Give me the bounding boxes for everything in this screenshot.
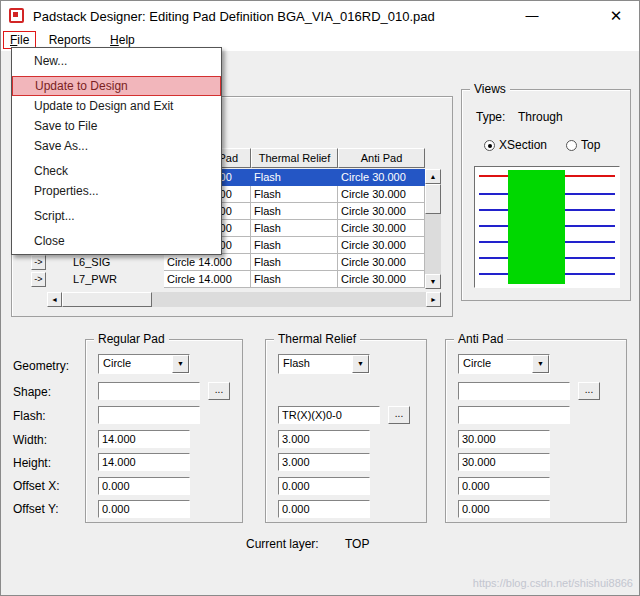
titlebar: Padstack Designer: Editing Pad Definitio… (1, 1, 639, 31)
table-cell[interactable]: Flash (251, 203, 338, 220)
table-cell[interactable]: Circle 30.000 (338, 169, 425, 186)
views-title: Views (470, 82, 510, 96)
thermal-relief-title: Thermal Relief (274, 332, 360, 346)
thermal-width-input[interactable] (278, 430, 370, 448)
menu-item-save-to-file[interactable]: Save to File (12, 116, 221, 136)
column-header-anti-pad[interactable]: Anti Pad (338, 148, 425, 168)
thermal-flash-input[interactable] (278, 406, 380, 424)
menu-item-check[interactable]: Check (12, 161, 221, 181)
anti-geometry-select[interactable]: Circle ▼ (458, 354, 550, 374)
layer-name: L6_SIG (47, 254, 164, 271)
table-cell[interactable]: Circle 14.000 (164, 271, 251, 288)
menu-item-script[interactable]: Script... (12, 206, 221, 226)
thermal-flash-browse-button[interactable]: ... (388, 406, 410, 424)
thermal-geometry-value: Flash (283, 357, 310, 369)
thermal-geometry-select[interactable]: Flash ▼ (278, 354, 370, 374)
menu-item-new[interactable]: New... (12, 51, 221, 71)
column-header-thermal-relief[interactable]: Thermal Relief (251, 148, 338, 168)
anti-offset-y-input[interactable] (458, 500, 550, 518)
table-cell[interactable]: Flash (251, 237, 338, 254)
scroll-up-icon[interactable]: ▲ (425, 169, 441, 184)
thermal-relief-groupbox: Thermal Relief Flash ▼ ... (265, 339, 427, 523)
table-row[interactable]: ->L7_PWRCircle 14.000FlashCircle 30.000 (31, 271, 425, 288)
table-row[interactable]: ->L6_SIGCircle 14.000FlashCircle 30.000 (31, 254, 425, 271)
table-cell[interactable]: Circle 30.000 (338, 186, 425, 203)
table-cell[interactable]: Circle 30.000 (338, 237, 425, 254)
scroll-right-icon[interactable]: ► (426, 292, 441, 307)
radio-selected-icon[interactable] (484, 140, 495, 151)
radio-top[interactable]: Top (566, 138, 600, 152)
anti-pad-title: Anti Pad (454, 332, 507, 346)
table-cell[interactable]: Circle 30.000 (338, 203, 425, 220)
regular-geometry-select[interactable]: Circle ▼ (98, 354, 190, 374)
file-menu: New...Update to DesignUpdate to Design a… (11, 47, 222, 255)
regular-height-input[interactable] (98, 453, 190, 471)
regular-shape-browse-button[interactable]: ... (208, 382, 230, 400)
menu-separator (13, 73, 220, 74)
anti-width-input[interactable] (458, 430, 550, 448)
horizontal-scrollbar[interactable]: ◄ ► (47, 292, 441, 307)
shape-label: Shape: (13, 385, 51, 399)
anti-geometry-value: Circle (463, 357, 491, 369)
radio-unselected-icon[interactable] (566, 140, 577, 151)
table-cell[interactable]: Flash (251, 220, 338, 237)
regular-pad-title: Regular Pad (94, 332, 169, 346)
xsection-label: XSection (499, 138, 547, 152)
close-button[interactable]: ✕ (605, 7, 627, 25)
menu-separator (13, 228, 220, 229)
vertical-scrollbar[interactable]: ▲ ▼ (425, 169, 441, 289)
table-cell[interactable]: Flash (251, 254, 338, 271)
offset-x-label: Offset X: (13, 479, 59, 493)
via-pad-bar (508, 170, 565, 284)
vscroll-thumb[interactable] (425, 184, 441, 214)
width-label: Width: (13, 433, 47, 447)
anti-flash-input[interactable] (458, 406, 570, 424)
anti-pad-groupbox: Anti Pad Circle ▼ ... (445, 339, 627, 523)
table-cell[interactable]: Circle 30.000 (338, 220, 425, 237)
regular-offset-x-input[interactable] (98, 477, 190, 495)
top-label: Top (581, 138, 600, 152)
menu-item-update-to-design-and-exit[interactable]: Update to Design and Exit (12, 96, 221, 116)
menu-separator (13, 158, 220, 159)
thermal-offset-y-input[interactable] (278, 500, 370, 518)
radio-xsection[interactable]: XSection (484, 138, 547, 152)
table-cell[interactable]: Flash (251, 186, 338, 203)
anti-shape-input[interactable] (458, 382, 570, 400)
anti-height-input[interactable] (458, 453, 550, 471)
table-cell[interactable]: Flash (251, 169, 338, 186)
minimize-button[interactable]: — (521, 7, 543, 25)
regular-offset-y-input[interactable] (98, 500, 190, 518)
menu-separator (13, 203, 220, 204)
watermark: https://blog.csdn.net/shishui8866 (473, 577, 633, 589)
scroll-down-icon[interactable]: ▼ (425, 274, 441, 289)
views-groupbox: Views Type: Through XSection Top (461, 89, 631, 301)
regular-flash-input[interactable] (98, 406, 200, 424)
menu-item-properties[interactable]: Properties... (12, 181, 221, 201)
row-select-button[interactable]: -> (31, 255, 46, 270)
table-cell[interactable]: Circle 14.000 (164, 254, 251, 271)
flash-label: Flash: (13, 409, 46, 423)
row-select-button[interactable]: -> (31, 272, 46, 287)
chevron-down-icon[interactable]: ▼ (532, 355, 549, 373)
regular-shape-input[interactable] (98, 382, 200, 400)
window-title: Padstack Designer: Editing Pad Definitio… (33, 9, 435, 24)
xsection-preview (474, 166, 620, 288)
anti-offset-x-input[interactable] (458, 477, 550, 495)
regular-width-input[interactable] (98, 430, 190, 448)
geometry-label: Geometry: (13, 359, 69, 373)
menu-item-update-to-design[interactable]: Update to Design (12, 76, 221, 96)
current-layer-value: TOP (345, 537, 369, 551)
menu-item-close[interactable]: Close (12, 231, 221, 251)
chevron-down-icon[interactable]: ▼ (172, 355, 189, 373)
chevron-down-icon[interactable]: ▼ (352, 355, 369, 373)
table-cell[interactable]: Circle 30.000 (338, 271, 425, 288)
menu-item-save-as[interactable]: Save As... (12, 136, 221, 156)
table-cell[interactable]: Circle 30.000 (338, 254, 425, 271)
thermal-offset-x-input[interactable] (278, 477, 370, 495)
scroll-left-icon[interactable]: ◄ (47, 292, 62, 307)
table-cell[interactable]: Flash (251, 271, 338, 288)
current-layer-label: Current layer: (246, 537, 319, 551)
thermal-height-input[interactable] (278, 453, 370, 471)
anti-shape-browse-button[interactable]: ... (578, 382, 600, 400)
hscroll-thumb[interactable] (62, 292, 152, 307)
